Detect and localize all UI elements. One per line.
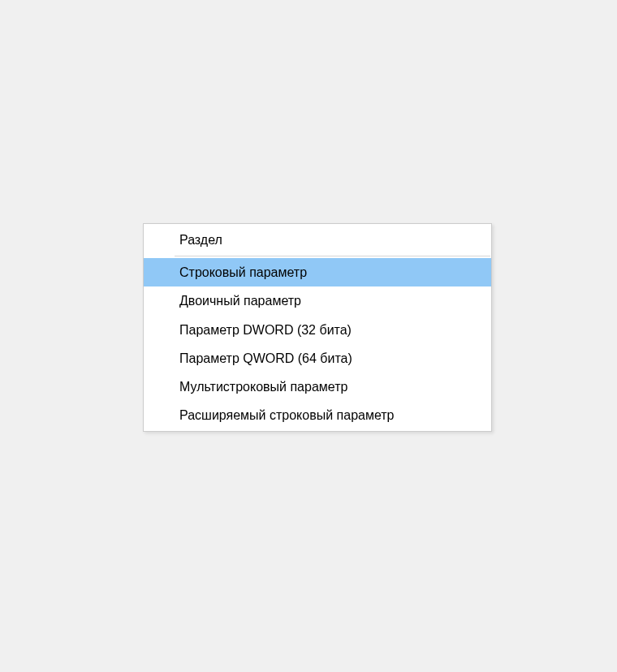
menu-item-binary-value[interactable]: Двоичный параметр [144, 286, 491, 315]
menu-separator [175, 256, 490, 256]
menu-item-key[interactable]: Раздел [144, 226, 491, 254]
menu-item-qword-value[interactable]: Параметр QWORD (64 бита) [144, 344, 491, 373]
context-menu: Раздел Строковый параметр Двоичный парам… [143, 223, 492, 432]
menu-item-dword-value[interactable]: Параметр DWORD (32 бита) [144, 316, 491, 344]
menu-item-string-value[interactable]: Строковый параметр [144, 258, 491, 286]
menu-item-multistring-value[interactable]: Мультистроковый параметр [144, 373, 491, 401]
menu-item-expandable-string-value[interactable]: Расширяемый строковый параметр [144, 401, 491, 429]
